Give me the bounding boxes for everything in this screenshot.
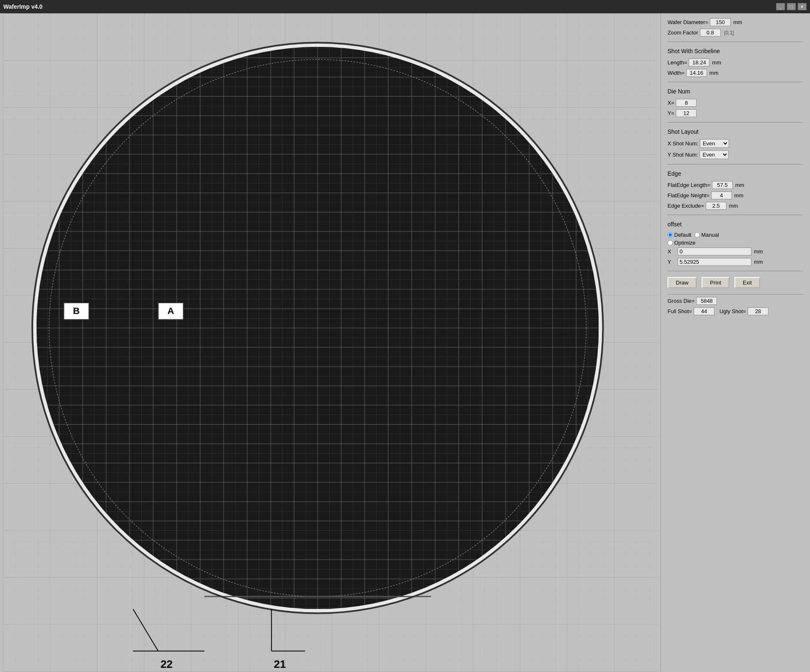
offset-y-input[interactable]: [677, 258, 751, 266]
wafer-svg: B A 22 21: [0, 13, 660, 672]
gross-die-row: Gross Die= 5848: [668, 297, 803, 305]
length-row: Length= 18.24 mm: [668, 59, 803, 66]
width-label: Width=: [668, 70, 685, 76]
die-x-label: X=: [668, 100, 674, 106]
edge-label: Edge: [668, 170, 681, 177]
x-shot-label: X Shot Num:: [668, 140, 698, 147]
offset-label: offset: [668, 221, 682, 228]
minimize-button[interactable]: _: [776, 3, 785, 10]
zoom-factor-row: Zoom Factor 0.8 (0,1]: [668, 29, 803, 37]
divider-3: [668, 122, 803, 123]
shot-layout-label: Shot Layout: [668, 128, 699, 135]
window-controls[interactable]: _ □ ×: [776, 3, 807, 10]
svg-text:22: 22: [160, 658, 172, 670]
manual-radio[interactable]: [695, 232, 700, 238]
die-y-value[interactable]: 12: [676, 109, 697, 117]
length-label: Length=: [668, 59, 687, 66]
offset-radio-group-1: Default Manual: [668, 232, 803, 238]
wafer-diameter-value[interactable]: 150: [710, 18, 731, 26]
offset-title-row: offset: [668, 218, 803, 229]
flat-edge-length-value[interactable]: 57.5: [712, 181, 733, 189]
close-button[interactable]: ×: [798, 3, 807, 10]
edge-title-row: Edge: [668, 167, 803, 179]
offset-x-label: X: [668, 248, 676, 255]
svg-text:21: 21: [274, 658, 286, 670]
wafer-diameter-label: Wafer Diameter=: [668, 19, 708, 25]
y-shot-row: Y Shot Num: Even Odd: [668, 150, 803, 159]
optimize-radio[interactable]: [668, 240, 673, 245]
flat-edge-height-unit: mm: [734, 192, 744, 199]
edge-exclude-label: Edge Exclude=: [668, 203, 704, 209]
divider-6: [668, 271, 803, 271]
divider-1: [668, 42, 803, 42]
die-x-row: X= 8: [668, 99, 803, 107]
ugly-shot-value: 28: [748, 307, 768, 315]
x-shot-row: X Shot Num: Even Odd: [668, 139, 803, 148]
default-radio-option[interactable]: Default: [668, 232, 691, 238]
exit-button[interactable]: Exit: [734, 277, 760, 288]
die-y-label: Y=: [668, 110, 674, 116]
flat-edge-length-unit: mm: [735, 182, 744, 188]
die-x-value[interactable]: 8: [676, 99, 697, 107]
y-shot-label: Y Shot Num:: [668, 152, 698, 158]
main-content: B A 22 21 Wafer Diameter= 150 mm Zoom Fa…: [0, 13, 810, 672]
offset-y-label: Y: [668, 259, 676, 265]
zoom-factor-label: Zoom Factor: [668, 29, 698, 36]
ugly-shot-label: Ugly Shot=: [719, 308, 746, 314]
y-shot-select[interactable]: Even Odd: [700, 150, 729, 159]
offset-x-input[interactable]: [677, 248, 751, 255]
width-value[interactable]: 14.16: [686, 69, 707, 77]
wafer-diameter-unit: mm: [733, 19, 742, 25]
edge-exclude-row: Edge Exclude= 2.5 mm: [668, 202, 803, 210]
print-button[interactable]: Print: [702, 277, 729, 288]
offset-y-unit: mm: [754, 259, 763, 265]
svg-rect-9: [37, 47, 599, 609]
zoom-factor-value[interactable]: 0.8: [700, 29, 721, 37]
die-num-title-row: Die Num: [668, 85, 803, 96]
divider-7: [668, 294, 803, 294]
width-unit: mm: [709, 70, 719, 76]
offset-x-unit: mm: [754, 248, 763, 255]
edge-exclude-unit: mm: [729, 203, 738, 209]
length-value[interactable]: 18.24: [689, 59, 709, 66]
divider-2: [668, 82, 803, 82]
draw-button[interactable]: Draw: [668, 277, 697, 288]
optimize-label: Optimize: [674, 240, 695, 246]
action-buttons: Draw Print Exit: [668, 277, 803, 288]
flat-edge-length-label: FlatEdge Length=: [668, 182, 710, 188]
flat-edge-height-row: FlatEdge Neight= 4 mm: [668, 191, 803, 199]
full-shot-label: Full Shot=: [668, 308, 692, 314]
divider-4: [668, 164, 803, 164]
edge-exclude-value[interactable]: 2.5: [706, 202, 727, 210]
die-num-label: Die Num: [668, 88, 690, 95]
gross-die-value: 5848: [696, 297, 717, 305]
shot-layout-title-row: Shot Layout: [668, 125, 803, 137]
default-label: Default: [674, 232, 691, 238]
width-row: Width= 14.16 mm: [668, 69, 803, 77]
shot-scribeline-label: Shot With Scribeline: [668, 48, 720, 54]
titlebar: WaferImp v4.0 _ □ ×: [0, 0, 810, 13]
offset-radio-group-2: Optimize: [668, 240, 803, 246]
gross-die-label: Gross Die=: [668, 298, 695, 304]
maximize-button[interactable]: □: [787, 3, 796, 10]
app-title: WaferImp v4.0: [3, 3, 42, 10]
manual-radio-option[interactable]: Manual: [695, 232, 719, 238]
wafer-area: B A 22 21: [0, 13, 660, 672]
offset-x-row: X mm: [668, 248, 803, 255]
flat-edge-height-value[interactable]: 4: [711, 191, 732, 199]
manual-label: Manual: [701, 232, 719, 238]
flat-edge-length-row: FlatEdge Length= 57.5 mm: [668, 181, 803, 189]
x-shot-select[interactable]: Even Odd: [700, 139, 729, 148]
full-shot-value: 44: [694, 307, 714, 315]
die-y-row: Y= 12: [668, 109, 803, 117]
right-panel: Wafer Diameter= 150 mm Zoom Factor 0.8 (…: [660, 13, 810, 672]
wafer-diameter-row: Wafer Diameter= 150 mm: [668, 18, 803, 26]
offset-y-row: Y mm: [668, 258, 803, 266]
svg-text:B: B: [73, 306, 80, 316]
length-unit: mm: [712, 59, 721, 66]
default-radio[interactable]: [668, 232, 673, 238]
svg-text:A: A: [167, 306, 174, 316]
shot-stats-row: Full Shot= 44 Ugly Shot= 28: [668, 307, 803, 315]
optimize-radio-option[interactable]: Optimize: [668, 240, 695, 246]
divider-5: [668, 215, 803, 215]
